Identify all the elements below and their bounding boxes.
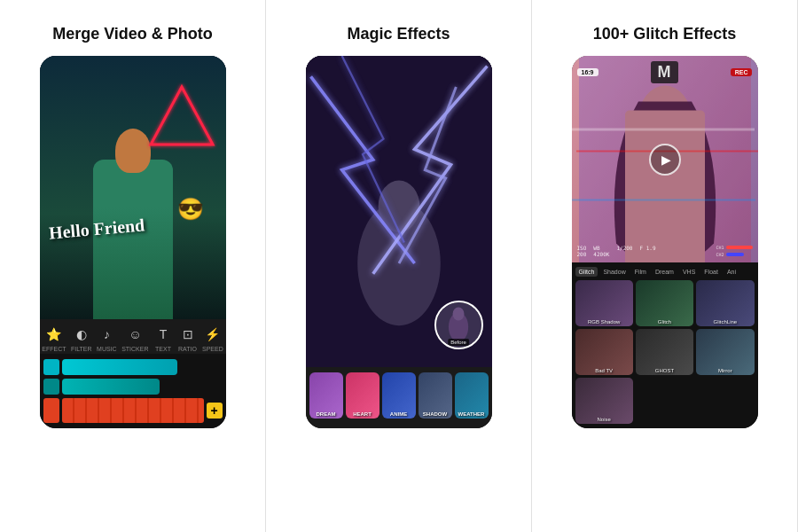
sticker-icon: ☺ [125, 325, 145, 344]
panel-merge: Merge Video & Photo Hello Friend 😎 [0, 0, 266, 532]
man-head [115, 129, 151, 173]
glitch-cell-rgb-shadow[interactable]: RGB Shadow [575, 280, 633, 326]
ch2-fill [726, 253, 744, 256]
toolbar-ratio[interactable]: ⊡ RATIO [178, 325, 198, 352]
glitch-cell-glitch[interactable]: Glitch [636, 280, 693, 326]
hud-stats-group: ISO200 WB4200K 1/200 F 1.9 [577, 245, 656, 257]
phone-frame-3: 16:9 M REC ▶ ISO200 WB4200K 1/200 F 1.9 … [572, 56, 758, 428]
timeline-track-film: + [43, 398, 223, 423]
cell-label-rgb-shadow: RGB Shadow [588, 319, 620, 325]
ch1-bar: CH1 [716, 245, 752, 250]
music-label: MUSIC [97, 346, 117, 352]
effect-thumb-shadow[interactable]: SHADOW [419, 372, 452, 419]
effect-shadow-label: SHADOW [423, 411, 447, 417]
toolbar-speed[interactable]: ⚡ SPEED [202, 325, 223, 352]
track-thumb-film [43, 398, 59, 423]
magic-effects-strip: DREAM HEART ANIME SHADOW WEATHER [306, 367, 492, 428]
add-clip-button[interactable]: + [207, 403, 223, 419]
effect-weather-label: WEATHER [458, 411, 485, 417]
glitch-hud-bottom: ISO200 WB4200K 1/200 F 1.9 CH1 CH2 [577, 245, 753, 257]
toolbar-effect[interactable]: ⭐ EFFECT [42, 325, 66, 352]
tab-shadow[interactable]: Shadow [599, 267, 629, 277]
ratio-icon: ⊡ [178, 325, 198, 344]
filter-label: FILTER [71, 346, 92, 352]
man-body [93, 160, 173, 319]
effect-icon: ⭐ [44, 325, 64, 344]
track-bar-teal[interactable] [62, 379, 160, 395]
hud-channels: CH1 CH2 [716, 245, 752, 257]
glitch-effects-strip: Glitch Shadow Film Dream VHS Float Ani R… [572, 262, 758, 428]
before-preview-circle: Before [434, 301, 483, 349]
magic-screen: Before [306, 56, 492, 367]
cell-label-glitchline: GlitchLine [713, 319, 737, 325]
hud-fstop: F 1.9 [639, 245, 655, 257]
ch1-fill [726, 246, 753, 249]
glitch-cell-noise[interactable]: Noise [575, 378, 633, 424]
play-icon: ▶ [661, 153, 671, 167]
tab-ani[interactable]: Ani [724, 267, 739, 277]
video-timeline: + [40, 354, 226, 428]
ch2-bar: CH2 [716, 252, 752, 257]
panel-1-title: Merge Video & Photo [52, 25, 213, 43]
hud-ratio-pill: 16:9 [577, 68, 598, 76]
track-thumb-1 [43, 359, 59, 375]
svg-point-6 [452, 308, 464, 321]
tab-dream[interactable]: Dream [652, 267, 677, 277]
effect-anime-label: ANIME [390, 411, 407, 417]
tab-float[interactable]: Float [700, 267, 722, 277]
phone-frame-1: Hello Friend 😎 ⭐ EFFECT ◐ FILTER ♪ MUSIC… [40, 56, 226, 428]
music-icon: ♪ [97, 325, 116, 344]
effect-thumb-heart[interactable]: HEART [346, 372, 379, 419]
glitch-tabs-row: Glitch Shadow Film Dream VHS Float Ani [575, 267, 755, 277]
panel-magic: Magic Effects [266, 0, 532, 532]
glitch-screen: 16:9 M REC ▶ ISO200 WB4200K 1/200 F 1.9 … [572, 56, 758, 262]
effect-thumb-anime[interactable]: ANIME [382, 372, 416, 419]
effect-label: EFFECT [42, 346, 66, 352]
hud-rec-label: REC [731, 68, 753, 76]
cell-label-glitch: Glitch [658, 319, 671, 325]
cell-label-mirror: Mirror [718, 368, 732, 373]
svg-rect-13 [572, 129, 755, 131]
glitch-cell-mirror[interactable]: Mirror [696, 329, 754, 375]
hud-iso: ISO200 [577, 245, 587, 257]
play-button[interactable]: ▶ [649, 144, 681, 176]
timeline-track-1 [43, 359, 223, 375]
sticker-label: STICKER [121, 346, 148, 352]
panel-2-title: Magic Effects [347, 25, 450, 43]
tab-film[interactable]: Film [631, 267, 650, 277]
glitch-hud-top: 16:9 M REC [577, 61, 753, 83]
toolbar-music[interactable]: ♪ MUSIC [97, 325, 117, 352]
speed-label: SPEED [202, 346, 223, 352]
neon-triangle-icon [146, 82, 217, 153]
hud-m-label: M [651, 61, 678, 83]
speed-icon: ⚡ [203, 325, 223, 344]
ch2-label: CH2 [716, 252, 724, 257]
glitch-cell-glitchline[interactable]: GlitchLine [696, 280, 754, 326]
effect-thumb-weather[interactable]: WEATHER [455, 372, 489, 419]
cell-label-bad-tv: Bad TV [595, 368, 613, 373]
phone-screen: Hello Friend 😎 [40, 56, 226, 319]
panel-glitch: 100+ Glitch Effects [532, 0, 798, 532]
svg-marker-0 [151, 87, 213, 145]
track-bar-cyan[interactable] [62, 359, 177, 375]
effect-dream-label: DREAM [317, 411, 336, 417]
tab-glitch[interactable]: Glitch [575, 267, 598, 277]
filmstrip[interactable] [62, 398, 204, 423]
effect-heart-label: HEART [353, 411, 372, 417]
hud-shutter: 1/200 [616, 245, 632, 257]
toolbar-text[interactable]: T TEXT [153, 325, 173, 352]
tab-vhs[interactable]: VHS [679, 267, 699, 277]
toolbar-filter[interactable]: ◐ FILTER [71, 325, 92, 352]
panel-3-title: 100+ Glitch Effects [593, 25, 737, 43]
hud-wb: WB4200K [593, 245, 609, 257]
glitch-cell-ghost[interactable]: GHOST [636, 329, 693, 375]
glitch-effects-grid: RGB Shadow Glitch GlitchLine Bad TV GHOS… [575, 280, 755, 424]
ch1-label: CH1 [716, 245, 724, 250]
toolbar-sticker[interactable]: ☺ STICKER [121, 325, 148, 352]
effect-thumb-dream[interactable]: DREAM [309, 372, 343, 419]
before-label: Before [448, 339, 469, 346]
cell-label-noise: Noise [597, 417, 610, 422]
glitch-cell-bad-tv[interactable]: Bad TV [575, 329, 633, 375]
timeline-track-2 [43, 379, 223, 395]
emoji-overlay: 😎 [177, 197, 204, 222]
